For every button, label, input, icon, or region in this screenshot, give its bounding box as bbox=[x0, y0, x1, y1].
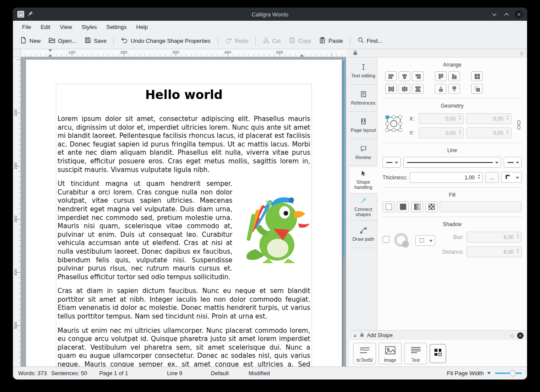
line-style-dropdown[interactable] bbox=[403, 157, 501, 168]
line-end-style-dropdown[interactable] bbox=[504, 157, 522, 168]
fill-pattern-button[interactable] bbox=[425, 201, 437, 212]
zoom-slider-track[interactable] bbox=[495, 373, 522, 374]
align-left-button[interactable] bbox=[385, 71, 397, 81]
aspect-ratio-link-icon[interactable] bbox=[516, 112, 522, 130]
fill-none-button[interactable] bbox=[382, 201, 395, 212]
tab-page-layout[interactable]: Page layout bbox=[350, 112, 377, 139]
pin-icon[interactable] bbox=[28, 10, 33, 18]
paragraph-with-image[interactable]: Ut tincidunt magna ut quam hendrerit sem… bbox=[58, 180, 310, 281]
lock-icon[interactable] bbox=[353, 50, 357, 56]
paste-button[interactable]: Paste bbox=[315, 35, 346, 47]
shadow-angle-widget[interactable] bbox=[393, 232, 412, 252]
width-field[interactable]: 0,00 bbox=[466, 113, 511, 124]
align-top-button[interactable] bbox=[435, 71, 447, 81]
spin-arrows[interactable] bbox=[506, 130, 509, 134]
zoom-slider[interactable] bbox=[495, 370, 522, 376]
cut-button[interactable]: Cut bbox=[259, 35, 284, 47]
menu-view[interactable]: View bbox=[55, 22, 77, 32]
lock-icon[interactable] bbox=[360, 332, 364, 338]
spin-arrows[interactable] bbox=[517, 249, 519, 253]
paragraph[interactable]: Mauris ut enim nec mi ultricies ullamcor… bbox=[58, 327, 310, 367]
snap-grid-button[interactable] bbox=[471, 71, 483, 81]
mascot-illustration[interactable] bbox=[238, 184, 310, 265]
tab-review[interactable]: Review bbox=[350, 139, 377, 166]
shape-text-button[interactable]: Text bbox=[404, 343, 427, 364]
spin-arrows[interactable] bbox=[459, 130, 461, 134]
shape-collection-chooser-button[interactable] bbox=[430, 344, 446, 363]
align-center-horizontal-button[interactable] bbox=[399, 71, 410, 81]
menu-file[interactable]: File bbox=[17, 22, 36, 32]
tab-references[interactable]: References bbox=[350, 85, 377, 112]
vertical-scrollbar[interactable] bbox=[343, 60, 344, 258]
zoom-slider-handle[interactable] bbox=[510, 370, 516, 376]
shadow-blur-field[interactable]: 8,00 bbox=[466, 232, 522, 242]
fill-gradient-button[interactable] bbox=[411, 201, 423, 212]
align-right-button[interactable] bbox=[412, 71, 424, 81]
copy-button[interactable]: Copy bbox=[285, 35, 315, 47]
shadow-color-dropdown[interactable] bbox=[415, 235, 435, 246]
save-button[interactable]: Save bbox=[81, 35, 110, 47]
page-indicator[interactable]: Page 1 of 1 bbox=[99, 370, 128, 376]
float-docker-icon[interactable]: ◇ bbox=[520, 51, 524, 56]
spin-arrows[interactable] bbox=[459, 115, 461, 120]
open-button[interactable]: Open... bbox=[45, 35, 80, 47]
menu-edit[interactable]: Edit bbox=[36, 22, 55, 32]
line-start-style-dropdown[interactable] bbox=[382, 157, 401, 168]
shape-image-button[interactable]: Image bbox=[379, 343, 402, 364]
style-indicator[interactable]: Default bbox=[211, 370, 228, 376]
undo-button[interactable]: Undo Change Shape Properties bbox=[117, 35, 214, 47]
fill-solid-button[interactable] bbox=[397, 201, 409, 212]
document-canvas[interactable]: 100 200 300 400 500 Hello world Lorem ip… bbox=[13, 57, 346, 367]
shadow-enable-checkbox[interactable] bbox=[382, 236, 389, 243]
anchor-selector-widget[interactable] bbox=[382, 112, 405, 137]
find-button[interactable]: Find... bbox=[354, 35, 386, 47]
tab-shape-handling[interactable]: Shape handling bbox=[350, 166, 377, 194]
distribute-left-button[interactable] bbox=[385, 84, 397, 94]
spin-arrows[interactable] bbox=[506, 115, 509, 120]
new-button[interactable]: New bbox=[16, 35, 44, 47]
tab-connect-shapes[interactable]: Connect shapes bbox=[350, 194, 377, 221]
thickness-field[interactable]: 1,00 bbox=[410, 172, 483, 183]
paragraph[interactable]: Cras at diam in sapien dictum faucibus. … bbox=[58, 287, 310, 321]
indent-marker-left[interactable] bbox=[48, 54, 52, 57]
menu-styles[interactable]: Styles bbox=[77, 22, 101, 32]
align-bottom-button[interactable] bbox=[448, 71, 460, 81]
redo-button[interactable]: Redo bbox=[222, 35, 252, 47]
float-docker-icon[interactable]: ◇ bbox=[511, 333, 514, 338]
collapse-icon[interactable]: ▲ bbox=[353, 333, 357, 338]
close-docker-icon[interactable] bbox=[517, 332, 524, 339]
horizontal-ruler[interactable]: 100 200 300 400 500 bbox=[21, 49, 346, 57]
line-more-options-button[interactable]: ... bbox=[485, 172, 498, 183]
minimize-icon[interactable] bbox=[491, 11, 498, 18]
fill-opacity-slider[interactable] bbox=[440, 201, 522, 212]
main-text-frame[interactable]: Hello world Lorem ipsum dolor sit amet, … bbox=[56, 84, 312, 367]
distribute-center-button[interactable] bbox=[399, 84, 410, 94]
line-cap-style-dropdown[interactable] bbox=[501, 172, 522, 183]
paragraph[interactable]: Lorem ipsum dolor sit amet, consectetur … bbox=[58, 115, 310, 174]
indent-marker-first-line[interactable] bbox=[48, 49, 52, 52]
menu-settings[interactable]: Settings bbox=[102, 22, 132, 32]
y-position-field[interactable]: 0,00 bbox=[419, 127, 464, 138]
menu-help[interactable]: Help bbox=[132, 22, 153, 32]
shadow-distance-field[interactable]: 8,00 bbox=[466, 246, 522, 257]
zoom-mode-dropdown[interactable]: Fit Page Width bbox=[447, 370, 491, 376]
spin-arrows[interactable] bbox=[517, 234, 519, 239]
x-position-field[interactable]: 0,00 bbox=[419, 113, 464, 124]
close-icon[interactable] bbox=[515, 10, 523, 18]
document-heading[interactable]: Hello world bbox=[58, 88, 310, 102]
group-shapes-button[interactable] bbox=[471, 84, 483, 94]
height-field[interactable]: 0,00 bbox=[466, 127, 511, 138]
distribute-right-button[interactable] bbox=[412, 84, 424, 94]
shape-artistic-text-button[interactable]: ticTextSl bbox=[353, 343, 376, 364]
tab-draw-path[interactable]: Draw path bbox=[350, 221, 377, 248]
indent-marker-right[interactable] bbox=[300, 54, 304, 57]
spin-arrows[interactable] bbox=[478, 174, 480, 179]
lower-shape-button[interactable] bbox=[448, 84, 460, 94]
maximize-icon[interactable] bbox=[503, 11, 510, 18]
raise-shape-button[interactable] bbox=[435, 84, 447, 94]
vertical-ruler[interactable]: 100 200 300 400 500 bbox=[13, 57, 21, 367]
tab-text-editing[interactable]: Text editing bbox=[350, 57, 377, 85]
titlebar[interactable]: Calligra Words bbox=[13, 8, 527, 21]
add-shape-header[interactable]: ▲ Add Shape ◇ bbox=[350, 331, 527, 340]
document-page[interactable]: Hello world Lorem ipsum dolor sit amet, … bbox=[26, 60, 342, 367]
